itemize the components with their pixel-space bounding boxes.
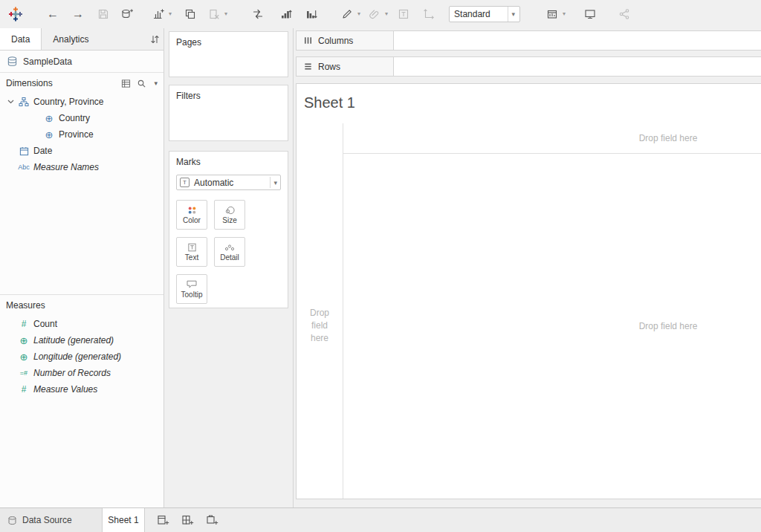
measures-label: Measures [6, 300, 45, 311]
attach-toolbar-group: ▾ [365, 4, 388, 24]
fit-mode-select[interactable]: Standard ▾ [449, 6, 520, 22]
calendar-icon [16, 146, 31, 156]
mark-type-select[interactable]: T Automatic ▾ [176, 175, 281, 190]
chevron-down-icon[interactable]: ▾ [563, 11, 566, 17]
field-label: Measure Values [33, 384, 97, 395]
tooltip-button[interactable]: Tooltip [176, 274, 207, 304]
fit-mode-value: Standard [454, 9, 507, 19]
measures-header: Measures [0, 295, 163, 316]
color-button[interactable]: Color [176, 200, 207, 230]
marks-card: Marks T Automatic ▾ Color [169, 151, 288, 308]
tab-data[interactable]: Data [0, 28, 42, 50]
tab-analytics[interactable]: Analytics [42, 28, 100, 50]
view-list-icon[interactable] [121, 79, 131, 88]
save-button[interactable] [94, 4, 113, 24]
pane-menu-caret-icon[interactable]: ▾ [154, 80, 158, 87]
drop-hint-line: Drop [310, 307, 329, 319]
swap-panes-icon[interactable] [151, 28, 159, 50]
rows-shelf[interactable] [393, 56, 761, 77]
globe-icon: ⊕ [42, 130, 56, 140]
data-pane: Data Analytics SampleData Dimensions [0, 28, 164, 507]
tooltip-icon [186, 280, 198, 289]
field-measure-names[interactable]: Abc Measure Names [0, 159, 163, 175]
undo-button[interactable]: ← [43, 4, 62, 24]
highlight-button[interactable] [337, 4, 357, 24]
drop-field-rows-area[interactable]: Drop field here [297, 153, 343, 499]
sheet-tab-bar: Data Source Sheet 1 [0, 507, 761, 532]
new-dashboard-tab-button[interactable] [181, 514, 194, 526]
show-mark-labels-button[interactable] [394, 4, 413, 24]
hierarchy-icon [16, 97, 31, 107]
clear-sheet-toolbar-group: ▾ [204, 4, 227, 24]
size-button[interactable]: Size [214, 200, 245, 230]
new-story-tab-button[interactable] [206, 514, 218, 526]
globe-icon: ⊕ [42, 114, 56, 123]
field-measure-values[interactable]: # Measure Values [0, 381, 163, 398]
chevron-down-icon[interactable]: ▾ [357, 11, 360, 17]
text-button[interactable]: Text [176, 237, 207, 267]
globe-icon: ⊕ [16, 336, 31, 346]
field-province[interactable]: ⊕ Province [0, 126, 163, 143]
field-date[interactable]: Date [0, 143, 163, 159]
chevron-down-icon: ▾ [508, 7, 516, 22]
tab-data-source[interactable]: Data Source [0, 508, 103, 532]
globe-icon: ⊕ [16, 352, 31, 362]
datasource-item[interactable]: SampleData [0, 51, 163, 73]
dimensions-header: Dimensions ▾ [0, 73, 163, 94]
clear-sheet-button[interactable] [204, 4, 224, 24]
new-worksheet-tab-button[interactable] [157, 514, 169, 526]
database-icon [7, 516, 17, 525]
filters-card[interactable]: Filters [169, 85, 288, 141]
drop-field-main-area[interactable]: Drop field here [343, 153, 761, 499]
columns-label: Columns [318, 36, 353, 46]
duplicate-icon [184, 8, 196, 20]
save-icon [97, 8, 109, 20]
show-hide-cards-button[interactable] [543, 4, 562, 24]
field-count[interactable]: # Count [0, 316, 163, 332]
collapse-chevron-icon[interactable] [4, 100, 16, 104]
attach-button[interactable] [365, 4, 384, 24]
text-mark-icon: T [180, 178, 190, 187]
new-datasource-button[interactable] [117, 4, 137, 24]
share-button[interactable] [615, 4, 634, 24]
swap-rows-columns-icon [252, 8, 264, 20]
color-label: Color [183, 217, 201, 224]
new-worksheet-toolbar-group: ▾ [149, 4, 172, 24]
drop-field-columns-area[interactable]: Drop field here [343, 123, 761, 153]
field-label: Province [59, 129, 94, 140]
text-icon [187, 243, 197, 252]
datasource-icon [7, 56, 18, 67]
presentation-mode-button[interactable] [580, 4, 600, 24]
field-country[interactable]: ⊕ Country [0, 110, 163, 126]
rows-label: Rows [318, 62, 340, 72]
fit-axes-button[interactable] [419, 4, 438, 24]
duplicate-sheet-button[interactable] [181, 4, 200, 24]
tab-sheet1[interactable]: Sheet 1 [103, 508, 145, 532]
chevron-down-icon[interactable]: ▾ [224, 11, 227, 17]
sort-ascending-button[interactable] [276, 4, 296, 24]
tooltip-label: Tooltip [181, 291, 203, 299]
swap-rows-columns-button[interactable] [248, 4, 268, 24]
field-country-province[interactable]: Country, Province [0, 94, 163, 110]
sheet-canvas: Sheet 1 Drop field here Drop field here … [296, 83, 761, 499]
pages-card[interactable]: Pages [169, 31, 288, 77]
chevron-down-icon[interactable]: ▾ [385, 11, 388, 17]
search-icon[interactable] [137, 79, 146, 88]
tableau-logo-icon [8, 7, 23, 22]
field-latitude[interactable]: ⊕ Latitude (generated) [0, 332, 163, 348]
text-label: Text [185, 254, 198, 262]
chevron-down-icon[interactable]: ▾ [169, 11, 172, 17]
field-number-of-records[interactable]: =# Number of Records [0, 365, 163, 381]
columns-shelf[interactable] [393, 30, 761, 51]
tableau-logo[interactable] [6, 4, 25, 24]
drop-hint-line: here [311, 332, 328, 345]
redo-button[interactable]: → [68, 4, 88, 24]
new-worksheet-button[interactable] [149, 4, 168, 24]
detail-button[interactable]: Detail [214, 237, 245, 267]
field-longitude[interactable]: ⊕ Longitude (generated) [0, 348, 163, 365]
field-label: Date [33, 146, 52, 156]
rows-shelf-row: Rows [296, 56, 761, 77]
detail-icon [224, 243, 236, 252]
paperclip-icon [369, 8, 380, 20]
sort-descending-button[interactable] [302, 4, 321, 24]
